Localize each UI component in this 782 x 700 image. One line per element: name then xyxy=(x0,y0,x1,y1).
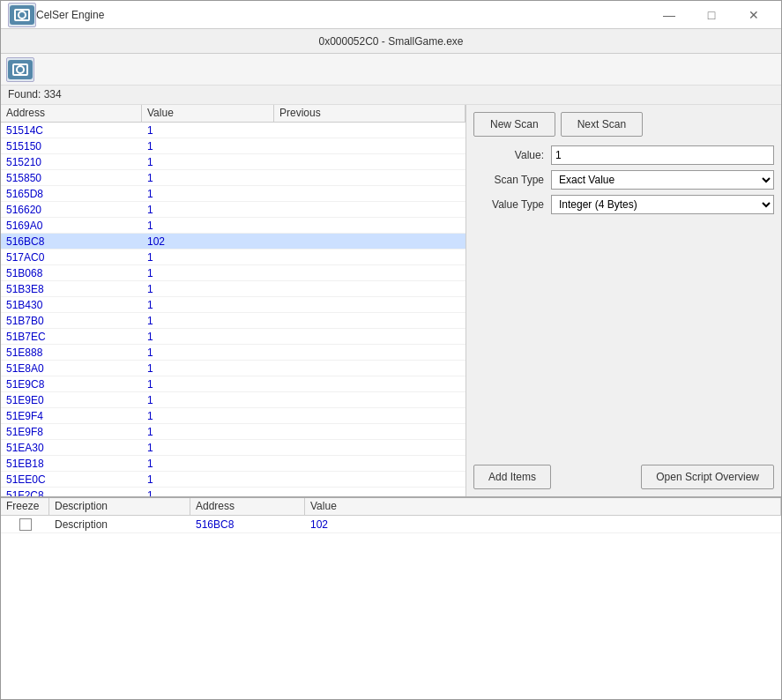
cell-address: 51B068 xyxy=(1,266,142,280)
cell-value: 1 xyxy=(142,330,274,344)
add-items-button[interactable]: Add Items xyxy=(473,465,551,489)
cell-address: 515210 xyxy=(1,155,142,169)
table-row[interactable]: 51EE0C 1 xyxy=(1,472,465,488)
found-bar: Found: 334 xyxy=(1,86,781,105)
table-row[interactable]: 51E8A0 1 xyxy=(1,361,465,376)
cell-previous xyxy=(274,130,465,131)
cell-address: 51E9F8 xyxy=(1,425,142,439)
cell-value: 1 xyxy=(142,155,274,169)
cell-address: 51B7B0 xyxy=(1,314,142,328)
cell-address: 51B7EC xyxy=(1,330,142,344)
maximize-button[interactable]: □ xyxy=(691,3,732,27)
table-row[interactable]: 517AC0 1 xyxy=(1,249,465,265)
table-row[interactable]: 516620 1 xyxy=(1,202,465,218)
table-row[interactable]: 51EB18 1 xyxy=(1,456,465,472)
table-body[interactable]: 51514C 1 515150 1 515210 1 515850 1 5165… xyxy=(1,123,465,496)
toolbar-icon[interactable] xyxy=(6,57,34,82)
scan-type-select[interactable]: Exact ValueBigger than...Smaller than...… xyxy=(551,170,774,190)
cell-previous xyxy=(274,384,465,385)
table-row[interactable]: 51E9F8 1 xyxy=(1,424,465,440)
value-input[interactable] xyxy=(551,145,774,165)
cell-address: 5165D8 xyxy=(1,187,142,201)
value-type-row: Value Type Byte2 BytesInteger (4 Bytes)F… xyxy=(473,195,774,214)
table-row[interactable]: 51E9E0 1 xyxy=(1,392,465,408)
table-row[interactable]: 51E9C8 1 xyxy=(1,376,465,392)
next-scan-button[interactable]: Next Scan xyxy=(561,112,643,137)
cell-address: 51EB18 xyxy=(1,457,142,471)
table-row[interactable]: 51F2C8 1 xyxy=(1,488,465,496)
cell-value: 1 xyxy=(142,488,274,497)
cell-value: 1 xyxy=(142,219,274,233)
lower-col-header-val: Value xyxy=(305,498,781,515)
cell-previous xyxy=(274,288,465,290)
toolbar xyxy=(1,54,781,86)
scan-results-panel: Address Value Previous 51514C 1 515150 1… xyxy=(1,105,466,496)
lower-table-body[interactable]: Description 516BC8 102 xyxy=(1,516,781,699)
table-row[interactable]: 5169A0 1 xyxy=(1,218,465,234)
table-row[interactable]: 515150 1 xyxy=(1,138,465,154)
cell-address: 51E9E0 xyxy=(1,393,142,407)
cell-value: 1 xyxy=(142,139,274,153)
cell-value: 1 xyxy=(142,250,274,264)
lower-section: Freeze Description Address Value Descrip… xyxy=(1,496,781,699)
cell-value: 1 xyxy=(142,409,274,423)
app-title-text: 0x000052C0 - SmallGame.exe xyxy=(318,35,463,48)
table-row[interactable]: 51514C 1 xyxy=(1,123,465,138)
value-type-label: Value Type xyxy=(473,198,544,211)
cell-address: 51E9C8 xyxy=(1,377,142,391)
lower-cell-desc: Description xyxy=(49,518,190,532)
table-row[interactable]: 51EA30 1 xyxy=(1,440,465,456)
cell-previous xyxy=(274,161,465,163)
cell-address: 5169A0 xyxy=(1,219,142,233)
table-row[interactable]: 51B430 1 xyxy=(1,297,465,313)
table-row[interactable]: 51E888 1 xyxy=(1,345,465,361)
scan-buttons: New Scan Next Scan xyxy=(473,112,774,137)
cell-address: 51F2C8 xyxy=(1,488,142,497)
right-panel: New Scan Next Scan Value: Scan Type Exac… xyxy=(466,105,781,496)
title-bar: CelSer Engine — □ ✕ xyxy=(1,1,781,29)
cell-address: 51EA30 xyxy=(1,441,142,455)
cell-value: 1 xyxy=(142,298,274,312)
cell-previous xyxy=(274,320,465,322)
table-row[interactable]: 5165D8 1 xyxy=(1,186,465,202)
table-row[interactable]: 51B7EC 1 xyxy=(1,329,465,345)
cell-value: 1 xyxy=(142,314,274,328)
cell-address: 51E8A0 xyxy=(1,361,142,376)
cell-address: 51514C xyxy=(1,123,142,138)
cell-value: 1 xyxy=(142,441,274,455)
cell-previous xyxy=(274,272,465,274)
bottom-buttons: Add Items Open Script Overview xyxy=(473,465,774,489)
cell-previous xyxy=(274,463,465,465)
minimize-button[interactable]: — xyxy=(649,3,689,27)
table-row[interactable]: 51E9F4 1 xyxy=(1,408,465,424)
table-row[interactable]: 515210 1 xyxy=(1,154,465,170)
camera-icon xyxy=(10,5,34,25)
table-row[interactable]: 51B068 1 xyxy=(1,265,465,281)
cell-value: 1 xyxy=(142,203,274,217)
table-row[interactable]: 515850 1 xyxy=(1,170,465,186)
cell-value: 1 xyxy=(142,425,274,439)
value-label: Value: xyxy=(473,149,544,161)
window-controls: — □ ✕ xyxy=(649,3,774,27)
value-type-select[interactable]: Byte2 BytesInteger (4 Bytes)FloatDoubleS… xyxy=(551,195,774,214)
cell-address: 51B430 xyxy=(1,298,142,312)
cell-previous xyxy=(274,431,465,433)
lower-cell-addr: 516BC8 xyxy=(190,518,305,532)
table-row[interactable]: 516BC8 102 xyxy=(1,234,465,249)
freeze-cell[interactable] xyxy=(1,518,49,531)
close-button[interactable]: ✕ xyxy=(734,3,774,27)
cell-previous xyxy=(274,304,465,306)
cell-value: 1 xyxy=(142,393,274,407)
cell-previous xyxy=(274,415,465,417)
open-script-button[interactable]: Open Script Overview xyxy=(641,465,774,489)
cell-previous xyxy=(274,225,465,227)
freeze-checkbox[interactable] xyxy=(19,518,32,531)
table-row[interactable]: 51B3E8 1 xyxy=(1,281,465,297)
cell-value: 102 xyxy=(142,235,274,249)
lower-table-row[interactable]: Description 516BC8 102 xyxy=(1,516,781,533)
window-title: CelSer Engine xyxy=(36,9,649,21)
table-row[interactable]: 51B7B0 1 xyxy=(1,313,465,329)
cell-value: 1 xyxy=(142,346,274,360)
new-scan-button[interactable]: New Scan xyxy=(473,112,555,137)
cell-previous xyxy=(274,241,465,242)
